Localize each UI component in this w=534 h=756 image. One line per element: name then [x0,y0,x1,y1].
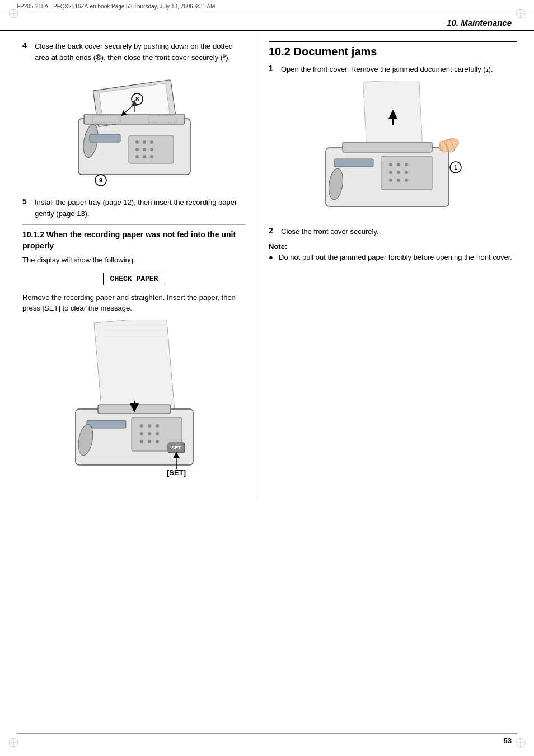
figure-insert-paper: SET [SET] [22,320,246,482]
svg-point-6 [9,738,18,747]
step-r2: 2 Close the front cover securely. [269,226,517,237]
svg-point-49 [156,432,159,435]
page-header: 10. Maintenance [0,13,534,31]
svg-point-67 [397,171,400,174]
svg-point-51 [148,440,151,443]
svg-point-26 [150,140,153,144]
step-5: 5 Install the paper tray (page 12), then… [22,197,246,219]
step-5-number: 5 [22,197,32,219]
svg-point-30 [135,155,139,158]
svg-text:SET: SET [171,445,181,450]
note-label: Note: [269,242,517,251]
svg-point-45 [148,424,151,428]
note-item: ● Do not pull out the jammed paper forci… [269,252,517,263]
svg-point-63 [389,163,392,166]
footer-line [17,733,517,734]
svg-rect-60 [343,142,432,152]
section-102-title: 10.2 Document jams [269,45,517,58]
section-102-heading: 10.2 Document jams [269,41,517,58]
step-5-text: Install the paper tray (page 12), then i… [35,197,246,219]
svg-point-46 [156,424,159,428]
step-4-number: 4 [22,41,32,63]
svg-text:1: 1 [454,164,457,171]
svg-point-69 [389,179,392,182]
svg-text:8: 8 [135,96,138,102]
file-info: FP205-215AL-PFQX2516ZA-en.book Page 53 T… [0,0,534,13]
display-intro-text: The display will show the following. [22,255,246,266]
svg-rect-34 [90,134,120,142]
step-4: 4 Close the back cover securely by pushi… [22,41,246,63]
svg-point-47 [140,432,143,435]
page-container: FP205-215AL-PFQX2516ZA-en.book Page 53 T… [0,0,534,756]
corner-mark-bl [8,737,19,748]
step-4-text: Close the back cover securely by pushing… [35,41,246,63]
display-message: CHECK PAPER [103,273,166,285]
svg-point-71 [405,179,408,182]
svg-rect-61 [334,159,373,167]
page-title: 10. Maintenance [447,18,512,27]
svg-point-9 [516,738,525,747]
svg-point-28 [143,148,146,151]
instructions-text: Remove the recording paper and straighte… [22,292,246,314]
display-message-area: CHECK PAPER [22,273,246,285]
svg-point-64 [397,163,400,166]
svg-point-66 [389,171,392,174]
svg-rect-42 [87,420,126,428]
step-r1-text: Open the front cover. Remove the jammed … [281,64,493,75]
figure-back-cover: 8 9 [22,68,246,191]
subsection-101-2-heading: 10.1.2 When the recording paper was not … [22,224,246,251]
left-column: 4 Close the back cover securely by pushi… [0,31,257,499]
step-r1-number: 1 [269,64,279,75]
right-column: 10.2 Document jams 1 Open the front cove… [257,31,534,499]
svg-point-48 [148,432,151,435]
step-r1: 1 Open the front cover. Remove the jamme… [269,64,517,75]
svg-point-29 [150,148,153,151]
svg-point-27 [135,148,139,151]
page-number: 53 [504,736,512,745]
svg-text:9: 9 [99,177,102,184]
svg-point-65 [405,163,408,166]
svg-point-31 [143,155,146,158]
svg-point-70 [397,179,400,182]
note-text: Do not pull out the jammed paper forcibl… [279,252,512,263]
svg-point-32 [150,155,153,158]
step-r2-text: Close the front cover securely. [281,226,379,237]
svg-point-52 [156,440,159,443]
svg-point-44 [140,424,143,428]
svg-point-24 [135,140,139,144]
main-content: 4 Close the back cover securely by pushi… [0,31,534,499]
note-bullet: ● [269,252,277,263]
step-r2-number: 2 [269,226,279,237]
svg-text:[SET]: [SET] [167,468,186,477]
svg-point-68 [405,171,408,174]
corner-mark-br [515,737,526,748]
figure-document-jam: 1 [269,81,517,220]
svg-point-50 [140,440,143,443]
svg-point-25 [143,140,146,144]
